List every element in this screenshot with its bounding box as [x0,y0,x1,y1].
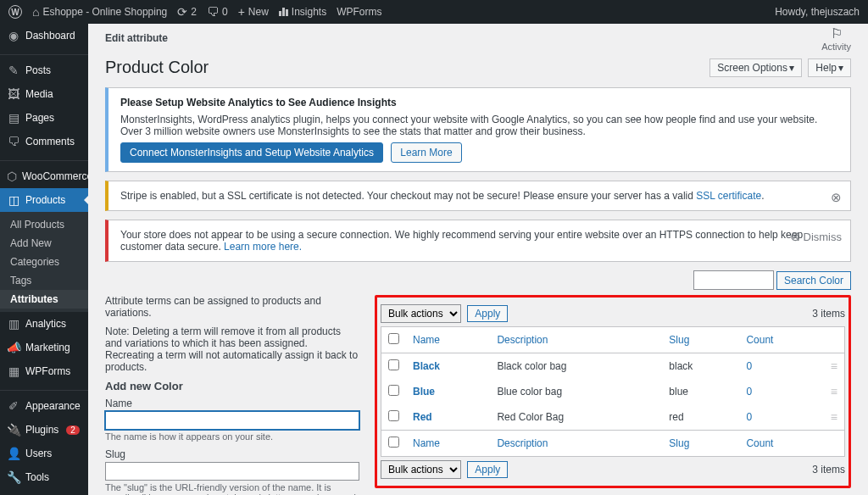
monsterinsights-notice: Please Setup Website Analytics to See Au… [105,87,851,172]
name-input[interactable] [105,411,359,430]
dismiss-button[interactable]: ⊗ [831,190,842,205]
term-name-link[interactable]: Blue [413,386,435,398]
screen-options-button[interactable]: Screen Options ▾ [709,58,802,77]
term-count-link[interactable]: 0 [746,360,752,372]
menu-tools[interactable]: 🔧Tools [0,465,88,489]
form-icon: ▦ [7,364,20,378]
plugin-icon: 🔌 [7,423,20,437]
learn-more-button[interactable]: Learn More [391,142,461,163]
menu-products[interactable]: ◫Products [0,188,88,212]
chevron-down-icon: ▾ [838,62,843,74]
menu-settings[interactable]: ⚙Settings [0,489,88,495]
sub-attributes[interactable]: Attributes [0,290,88,309]
menu-separator [0,387,88,391]
adminbar: W ⌂Eshoppe - Online Shopping ⟳2 🗨0 +New … [0,0,868,24]
search-color-button[interactable]: Search Color [776,271,851,290]
megaphone-icon: 📣 [7,341,20,354]
term-description: Black color bag [490,353,662,380]
col-slug[interactable]: Slug [669,437,689,449]
help-button[interactable]: Help ▾ [808,58,851,77]
updates[interactable]: ⟳2 [177,5,197,19]
col-slug[interactable]: Slug [669,334,689,346]
pages-icon: ▤ [7,111,20,125]
howdy-user[interactable]: Howdy, thejuszach [775,6,860,18]
stripe-ssl-notice: Stripe is enabled, but a SSL certificate… [105,181,851,211]
update-badge: 2 [66,425,80,435]
sub-categories[interactable]: Categories [0,253,88,271]
menu-separator [0,157,88,161]
term-slug: blue [662,379,739,404]
menu-wpforms[interactable]: ▦WPForms [0,359,88,383]
menu-media[interactable]: 🖾Media [0,82,88,106]
menu-posts[interactable]: ✎Posts [0,58,88,82]
ssl-cert-link[interactable]: SSL certificate [696,190,761,202]
activity-link[interactable]: ⚐ Activity [821,25,851,52]
breadcrumb: Edit attribute [88,24,868,49]
term-count-link[interactable]: 0 [746,411,752,423]
comment-icon: 🗨 [7,135,20,148]
term-name-link[interactable]: Black [413,360,440,372]
items-count-top: 3 items [812,308,845,320]
pin-icon: ✎ [7,64,20,77]
insights-top[interactable]: Insights [279,6,326,18]
flag-icon: ⚐ [821,25,851,42]
site-name[interactable]: ⌂Eshoppe - Online Shopping [32,5,167,19]
apply-top-button[interactable]: Apply [467,305,508,322]
wpforms-top[interactable]: WPForms [337,6,381,18]
items-count-bottom: 3 items [812,464,845,476]
drag-handle-icon[interactable]: ≡ [831,410,837,424]
https-notice: Your store does not appear to be using a… [105,220,851,262]
barchart-icon [279,8,288,16]
sub-tags[interactable]: Tags [0,271,88,290]
menu-analytics[interactable]: ▥Analytics [0,312,88,336]
slug-input[interactable] [105,462,359,481]
menu-pages[interactable]: ▤Pages [0,106,88,130]
drag-handle-icon[interactable]: ≡ [831,385,837,398]
col-name[interactable]: Name [413,334,440,346]
search-input[interactable] [693,270,774,290]
menu-plugins[interactable]: 🔌Plugins2 [0,418,88,442]
close-icon: ⊗ [790,229,801,244]
col-description[interactable]: Description [497,334,548,346]
menu-comments[interactable]: 🗨Comments [0,130,88,153]
wp-logo[interactable]: W [8,5,22,19]
col-description[interactable]: Description [497,437,548,449]
comments[interactable]: 🗨0 [207,5,228,19]
menu-woocommerce[interactable]: ⬡WooCommerce [0,164,88,188]
menu-dashboard[interactable]: ◉Dashboard [0,24,88,47]
col-name[interactable]: Name [413,437,440,449]
analytics-icon: ▥ [7,317,20,331]
drag-handle-icon[interactable]: ≡ [831,359,837,373]
dashboard-icon: ◉ [7,29,20,42]
woocommerce-icon: ⬡ [7,170,17,183]
terms-table: Name Description Slug Count BlackBlack c… [381,326,845,457]
row-checkbox[interactable] [388,385,399,396]
sub-all-products[interactable]: All Products [0,215,88,234]
bulk-actions-top[interactable]: Bulk actions [381,304,461,323]
menu-appearance[interactable]: ✐Appearance [0,394,88,418]
row-checkbox[interactable] [388,410,399,421]
new-content[interactable]: +New [238,5,269,19]
menu-marketing[interactable]: 📣Marketing [0,336,88,359]
menu-users[interactable]: 👤Users [0,442,88,465]
notice-body: MonsterInsights, WordPress analytics plu… [120,114,838,137]
sub-add-new[interactable]: Add New [0,234,88,253]
table-row: BlueBlue color bagblue0≡ [381,379,845,404]
close-icon: ⊗ [831,190,842,205]
select-all-bottom[interactable] [388,437,399,448]
row-checkbox[interactable] [388,359,399,370]
term-description: Blue color bag [490,379,662,404]
term-name-link[interactable]: Red [413,411,432,423]
apply-bottom-button[interactable]: Apply [467,461,508,478]
col-count[interactable]: Count [746,334,773,346]
select-all-top[interactable] [388,333,399,344]
term-count-link[interactable]: 0 [746,386,752,398]
refresh-icon: ⟳ [177,5,187,19]
connect-mi-button[interactable]: Connect MonsterInsights and Setup Websit… [120,142,383,163]
add-heading: Add new Color [105,380,359,392]
col-count[interactable]: Count [746,437,773,449]
bulk-actions-bottom[interactable]: Bulk actions [381,460,461,479]
table-row: BlackBlack color bagblack0≡ [381,353,845,380]
learn-more-link[interactable]: Learn more here. [224,241,302,253]
dismiss-button[interactable]: ⊗Dismiss [790,229,843,244]
